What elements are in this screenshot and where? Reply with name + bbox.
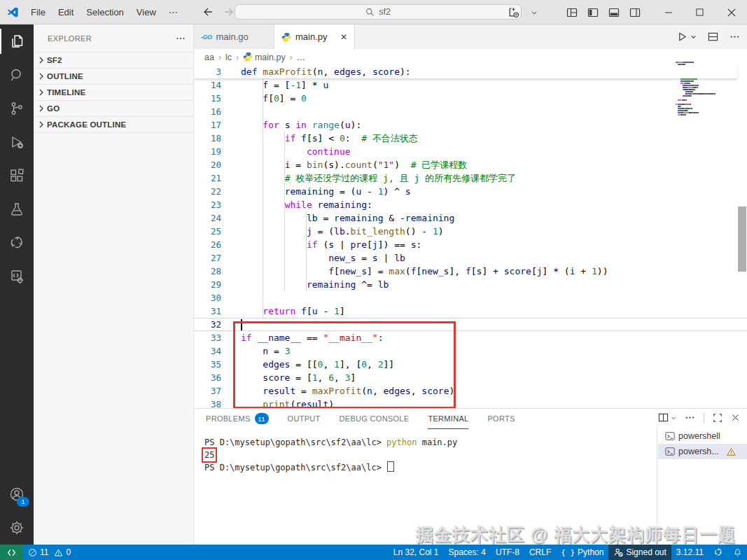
panel-tab-problems[interactable]: PROBLEMS11 bbox=[206, 409, 269, 429]
sidebar-item-extensions[interactable] bbox=[0, 159, 34, 192]
more-actions-icon[interactable] bbox=[729, 31, 740, 42]
code-line[interactable]: 28 f[new_s] = max(f[new_s], f[s] + score… bbox=[194, 265, 747, 278]
views-and-more-actions-icon[interactable] bbox=[175, 33, 186, 44]
status-python-version[interactable]: 3.12.11 bbox=[671, 545, 708, 560]
sidebar-item-testing[interactable] bbox=[0, 192, 34, 226]
breadcrumb-item[interactable]: … bbox=[297, 52, 306, 62]
sidebar-item-explorer[interactable] bbox=[0, 24, 34, 58]
status-indentation[interactable]: Spaces: 4 bbox=[444, 545, 491, 560]
section-go[interactable]: GO bbox=[34, 100, 193, 116]
sidebar-item-run-settings[interactable] bbox=[0, 260, 34, 293]
maximize-button[interactable] bbox=[684, 0, 715, 24]
status-python-environments[interactable] bbox=[708, 545, 728, 560]
line-number: 19 bbox=[194, 145, 231, 158]
code-line[interactable]: 20 i = bin(s).count("1") # 已学课程数 bbox=[194, 158, 747, 172]
line-number: 32 bbox=[194, 318, 231, 331]
panel-tab-ports[interactable]: PORTS bbox=[487, 409, 515, 429]
code-line[interactable]: 24 lb = remaining & -remaining bbox=[194, 211, 747, 225]
accounts-button[interactable]: 1 bbox=[0, 477, 34, 511]
code-line[interactable]: 16 bbox=[194, 105, 747, 118]
status-cursor-position[interactable]: Ln 32, Col 1 bbox=[389, 545, 444, 560]
terminal-sash[interactable] bbox=[657, 427, 657, 538]
command-center-search[interactable]: sf2 bbox=[235, 4, 522, 20]
menu-file[interactable]: File bbox=[25, 7, 52, 18]
maximize-panel-icon[interactable] bbox=[713, 413, 722, 423]
breadcrumb-item[interactable]: lc bbox=[225, 52, 232, 62]
terminal-instance[interactable]: powersh... bbox=[658, 444, 747, 459]
status-accounts-signed-out[interactable]: Signed out bbox=[608, 545, 671, 560]
breadcrumb-item[interactable]: main.py bbox=[243, 52, 286, 62]
code-line[interactable]: 17 for s in range(u): bbox=[194, 118, 747, 132]
section-timeline[interactable]: TIMELINE bbox=[34, 84, 193, 100]
code-line[interactable]: 19 continue bbox=[194, 145, 747, 158]
menu-edit[interactable]: Edit bbox=[52, 7, 80, 18]
section-outline[interactable]: OUTLINE bbox=[34, 68, 193, 84]
close-tab-icon[interactable]: ✕ bbox=[340, 32, 347, 42]
code-line[interactable]: 25 j = (lb.bit_length() - 1) bbox=[194, 225, 747, 238]
code-line[interactable]: 14 f = [-1] * u bbox=[194, 78, 747, 92]
sticky-scroll-line[interactable]: 3def maxProfit(n, edges, score): bbox=[194, 65, 737, 78]
settings-button[interactable] bbox=[0, 511, 34, 545]
code-line[interactable]: 18 if f[s] < 0: # 不合法状态 bbox=[194, 132, 747, 145]
terminal-output[interactable]: PS D:\mysetup\gopath\src\sf2\aa\lc> pyth… bbox=[204, 436, 649, 474]
chevron-down-icon[interactable] bbox=[524, 0, 545, 24]
customize-layout-icon[interactable] bbox=[561, 0, 582, 24]
search-icon bbox=[365, 8, 375, 17]
tab-main.py[interactable]: main.py✕ bbox=[274, 24, 355, 49]
code-line[interactable]: 27 new_s = s | lb bbox=[194, 251, 747, 265]
forward-arrow-icon[interactable] bbox=[223, 6, 235, 18]
panel-tab-output[interactable]: OUTPUT bbox=[288, 409, 321, 429]
code-line[interactable]: 30 bbox=[194, 291, 747, 304]
toggle-primary-sidebar-icon[interactable] bbox=[582, 0, 603, 24]
minimize-button[interactable] bbox=[652, 0, 684, 24]
sidebar-item-go[interactable] bbox=[0, 226, 34, 260]
status-eol[interactable]: CRLF bbox=[524, 545, 556, 560]
code-text: def maxProfit(n, edges, score): bbox=[241, 65, 411, 78]
error-icon bbox=[28, 548, 37, 557]
split-editor-button[interactable] bbox=[708, 31, 718, 42]
code-line[interactable]: 22 remaining = (u - 1) ^ s bbox=[194, 185, 747, 198]
problems-status[interactable]: 11 0 bbox=[23, 545, 76, 560]
menu-view[interactable]: View bbox=[130, 7, 162, 18]
indent-guide bbox=[263, 78, 263, 318]
code-line[interactable]: 31 return f[u - 1] bbox=[194, 304, 747, 318]
minimap-line bbox=[676, 97, 734, 99]
breadcrumb-item[interactable]: aa bbox=[204, 52, 214, 62]
line-number: 27 bbox=[194, 251, 231, 265]
section-sf2[interactable]: SF2 bbox=[34, 52, 193, 68]
sidebar-item-search[interactable] bbox=[0, 58, 34, 92]
toggle-panel-icon[interactable] bbox=[603, 0, 624, 24]
line-number: 29 bbox=[194, 278, 231, 291]
code-line[interactable]: 29 remaining ^= lb bbox=[194, 278, 747, 291]
panel-more-actions-icon[interactable] bbox=[685, 412, 695, 423]
status-language-mode[interactable]: { }Python bbox=[556, 545, 608, 560]
tab-main.go[interactable]: -GOmain.go bbox=[194, 24, 274, 49]
section-package-outline[interactable]: PACKAGE OUTLINE bbox=[34, 116, 193, 133]
code-line[interactable]: 21 # 枚举还没学过的课程 j, 且 j 的所有先修课都学完了 bbox=[194, 172, 747, 185]
panel-tab-terminal[interactable]: TERMINAL bbox=[428, 409, 468, 429]
status-encoding[interactable]: UTF-8 bbox=[491, 545, 524, 560]
code-line[interactable]: 15 f[0] = 0 bbox=[194, 92, 747, 105]
remote-indicator[interactable] bbox=[0, 545, 23, 560]
menu-more[interactable]: ⋯ bbox=[162, 7, 184, 18]
launch-profile-icon[interactable] bbox=[503, 0, 524, 24]
menu-selection[interactable]: Selection bbox=[80, 7, 130, 18]
close-panel-icon[interactable] bbox=[731, 413, 740, 422]
sidebar-item-source-control[interactable] bbox=[0, 92, 34, 125]
editor-scrollbar[interactable] bbox=[738, 206, 746, 272]
run-python-file-button[interactable] bbox=[677, 31, 697, 42]
breadcrumb[interactable]: aa›lc›main.py›… bbox=[194, 49, 747, 65]
code-line[interactable]: 26 if (s | pre[j]) == s: bbox=[194, 238, 747, 251]
panel-tab-debug-console[interactable]: DEBUG CONSOLE bbox=[340, 409, 410, 429]
split-terminal-button[interactable] bbox=[658, 412, 676, 423]
sticky-code-line[interactable]: 3def maxProfit(n, edges, score): bbox=[194, 65, 737, 78]
code-line[interactable]: 23 while remaining: bbox=[194, 198, 747, 211]
sidebar-item-run-and-debug[interactable] bbox=[0, 125, 34, 159]
terminal-instance[interactable]: powershell bbox=[658, 428, 747, 444]
back-arrow-icon[interactable] bbox=[202, 6, 214, 18]
terminal-line: 25 bbox=[204, 449, 649, 461]
close-window-button[interactable] bbox=[715, 0, 747, 24]
status-notifications[interactable] bbox=[728, 545, 747, 560]
toggle-secondary-sidebar-icon[interactable] bbox=[624, 0, 645, 24]
line-number: 26 bbox=[194, 238, 231, 251]
